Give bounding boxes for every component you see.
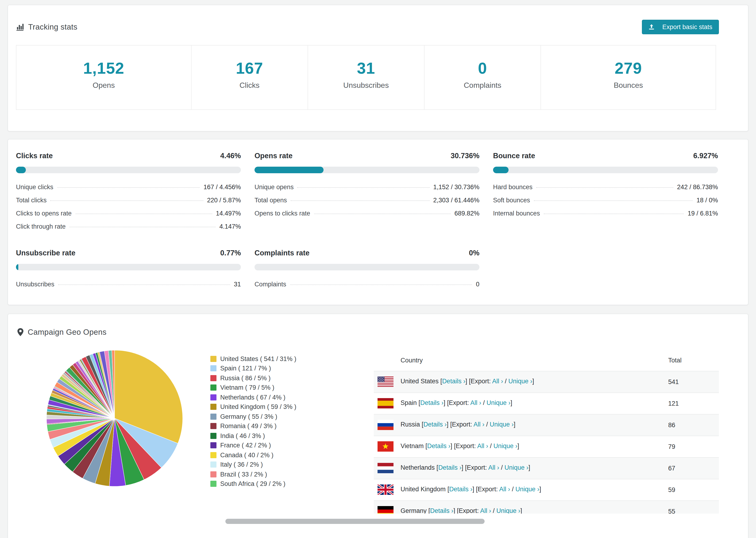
legend-swatch (210, 356, 216, 362)
progress-track (16, 167, 241, 173)
flag-us-icon (378, 377, 394, 387)
export-unique-link[interactable]: Unique › (505, 464, 528, 471)
export-all-link[interactable]: All › (488, 464, 499, 471)
counter-clicks: 167Clicks (191, 45, 308, 110)
legend-item-italy[interactable]: Italy ( 36 / 2% ) (210, 460, 374, 469)
legend-item-united-states[interactable]: United States ( 541 / 31% ) (210, 354, 374, 364)
flag-de-icon (378, 506, 394, 514)
legend-item-brazil[interactable]: Brazil ( 33 / 2% ) (210, 469, 374, 479)
progress-fill (493, 167, 509, 173)
counter-value: 1,152 (17, 59, 191, 77)
rate-title: Bounce rate (493, 152, 535, 160)
legend-swatch (210, 443, 216, 449)
export-all-link[interactable]: All › (470, 399, 481, 406)
total-cell: 67 (668, 457, 719, 479)
details-link[interactable]: Details › (438, 464, 461, 471)
counter-label: Bounces (541, 81, 716, 90)
stat-row: Opens to clicks rate689.82% (254, 207, 479, 220)
pie-legend: United States ( 541 / 31% )Spain ( 121 /… (210, 343, 374, 513)
legend-swatch (210, 394, 216, 401)
country-name: Netherlands (401, 464, 436, 471)
details-link[interactable]: Details › (442, 378, 465, 385)
geo-table-row-germany: Germany [Details ›] [Export: All › / Uni… (374, 501, 719, 513)
legend-item-romania[interactable]: Romania ( 49 / 3% ) (210, 421, 374, 431)
details-link[interactable]: Details › (427, 443, 451, 450)
counter-value: 279 (541, 59, 716, 77)
rate-value: 0% (469, 249, 479, 257)
geo-table-row-vietnam: Vietnam [Details ›] [Export: All › / Uni… (374, 436, 719, 457)
stat-label: Internal bounces (493, 210, 540, 217)
counter-complaints: 0Complaints (424, 45, 541, 110)
legend-label: Canada ( 40 / 2% ) (220, 452, 274, 459)
legend-item-netherlands[interactable]: Netherlands ( 67 / 4% ) (210, 393, 374, 402)
export-all-link[interactable]: All › (473, 421, 485, 428)
country-cell: Germany [Details ›] [Export: All › / Uni… (374, 501, 668, 513)
stat-row: Unsubscribes31 (16, 278, 241, 291)
counter-label: Clicks (191, 81, 307, 90)
country-links: [Details ›] [Export: All › / Unique ›] (436, 464, 530, 471)
dotted-leader (290, 284, 472, 285)
rate-block-bounce-rate: Bounce rate6.927%Hard bounces242 / 86.73… (493, 152, 718, 233)
tracking-stats-header: Tracking stats Export basic stats (8, 5, 748, 45)
legend-item-vietnam[interactable]: Vietnam ( 79 / 5% ) (210, 383, 374, 393)
details-link[interactable]: Details › (430, 508, 453, 513)
legend-label: India ( 46 / 3% ) (220, 432, 265, 439)
counter-value: 167 (191, 59, 307, 77)
flag-nl-icon (378, 463, 394, 473)
export-unique-link[interactable]: Unique › (494, 443, 517, 450)
horizontal-scrollbar-thumb[interactable] (225, 519, 485, 524)
country-name: United States (401, 378, 441, 385)
geo-table-wrap: Country Total United States [Details ›] … (374, 350, 719, 513)
legend-item-canada[interactable]: Canada ( 40 / 2% ) (210, 450, 374, 460)
stat-label: Total clicks (16, 196, 47, 203)
legend-item-south-africa[interactable]: South Africa ( 29 / 2% ) (210, 479, 374, 489)
legend-swatch (210, 413, 216, 420)
legend-item-russia[interactable]: Russia ( 86 / 5% ) (210, 373, 374, 383)
legend-item-united-kingdom[interactable]: United Kingdom ( 59 / 3% ) (210, 402, 374, 412)
stat-value: 31 (234, 281, 241, 288)
export-unique-link[interactable]: Unique › (486, 399, 511, 406)
stat-row: Total opens2,303 / 61.446% (254, 193, 479, 207)
stat-row: Hard bounces242 / 86.738% (493, 180, 718, 193)
export-all-link[interactable]: All › (477, 443, 488, 450)
counter-label: Complaints (424, 81, 540, 90)
legend-label: South Africa ( 29 / 2% ) (220, 480, 286, 488)
details-link[interactable]: Details › (423, 421, 447, 428)
country-name: Spain (401, 399, 419, 406)
counter-opens: 1,152Opens (16, 45, 191, 110)
details-link[interactable]: Details › (449, 486, 472, 493)
legend-item-germany[interactable]: Germany ( 55 / 3% ) (210, 412, 374, 421)
export-all-link[interactable]: All › (499, 486, 510, 493)
export-unique-link[interactable]: Unique › (515, 486, 539, 493)
export-unique-link[interactable]: Unique › (490, 421, 514, 428)
legend-swatch (210, 433, 216, 439)
stat-label: Complaints (254, 281, 286, 288)
legend-item-india[interactable]: India ( 46 / 3% ) (210, 431, 374, 441)
country-cell: Netherlands [Details ›] [Export: All › /… (374, 457, 668, 479)
stat-label: Clicks to opens rate (16, 210, 72, 217)
country-links: [Details ›] [Export: All › / Unique ›] (441, 378, 534, 385)
legend-swatch (210, 481, 216, 487)
counter-bounces: 279Bounces (540, 45, 716, 110)
stat-value: 0 (476, 281, 479, 288)
counters-row: 1,152Opens167Clicks31Unsubscribes0Compla… (16, 45, 718, 110)
dotted-leader (544, 213, 684, 214)
total-cell: 59 (668, 479, 719, 501)
export-basic-stats-button[interactable]: Export basic stats (642, 20, 719, 34)
export-all-link[interactable]: All › (492, 378, 503, 385)
progress-track (254, 264, 479, 270)
dotted-leader (291, 200, 429, 201)
export-all-link[interactable]: All › (480, 508, 491, 513)
details-link[interactable]: Details › (420, 399, 444, 406)
stat-label: Total opens (254, 196, 287, 203)
dotted-leader (536, 187, 674, 188)
export-unique-link[interactable]: Unique › (496, 508, 520, 513)
legend-item-france[interactable]: France ( 42 / 2% ) (210, 441, 374, 450)
stat-value: 167 / 4.456% (203, 183, 241, 190)
legend-item-spain[interactable]: Spain ( 121 / 7% ) (210, 364, 374, 373)
flag-vn-icon (378, 441, 394, 452)
export-unique-link[interactable]: Unique › (508, 378, 532, 385)
geo-table: Country Total United States [Details ›] … (374, 350, 719, 513)
rate-block-opens-rate: Opens rate30.736%Unique opens1,152 / 30.… (254, 152, 479, 233)
legend-label: Italy ( 36 / 2% ) (220, 461, 263, 468)
